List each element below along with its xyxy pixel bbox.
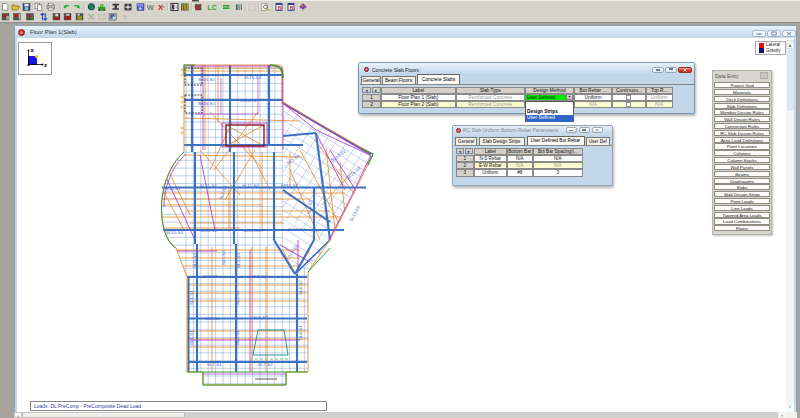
svg-text:SL9-S1: SL9-S1 — [203, 274, 218, 279]
svg-text:SL3-S1: SL3-S1 — [235, 290, 240, 305]
svg-text:SL15-S2: SL15-S2 — [244, 75, 262, 80]
svg-text:SL1-S1: SL1-S1 — [189, 330, 194, 345]
svg-text:SL16-S1: SL16-S1 — [198, 101, 216, 106]
svg-text:SL7-S1: SL7-S1 — [207, 362, 222, 367]
svg-text:SL14-S3: SL14-S3 — [345, 165, 361, 181]
svg-text:SL11-S2: SL11-S2 — [200, 183, 217, 188]
svg-text:z: z — [44, 62, 47, 68]
svg-text:SL7-S2: SL7-S2 — [258, 362, 273, 367]
svg-text:SL11-S4: SL11-S4 — [281, 183, 298, 188]
svg-text:SL11-S3: SL11-S3 — [242, 183, 259, 188]
svg-text:SL10-S3: SL10-S3 — [243, 228, 261, 233]
svg-text:x: x — [31, 47, 35, 53]
svg-text:?: ? — [123, 14, 127, 21]
svg-text:SL1-S1: SL1-S1 — [189, 290, 194, 305]
svg-text:SL10-S2: SL10-S2 — [200, 228, 218, 233]
svg-text:W: W — [147, 3, 155, 12]
svg-text:B: B — [278, 6, 282, 11]
svg-text:LC: LC — [208, 4, 217, 11]
svg-text:SL3-S3: SL3-S3 — [236, 253, 241, 268]
svg-text:SL10-S4: SL10-S4 — [288, 227, 306, 232]
svg-text:SL16-S2: SL16-S2 — [240, 98, 258, 103]
svg-text:B: B — [290, 6, 294, 11]
svg-text:SL10-S1: SL10-S1 — [166, 230, 184, 235]
svg-text:SL8-S2: SL8-S2 — [253, 315, 268, 320]
svg-text:SL11-S1: SL11-S1 — [164, 186, 181, 191]
svg-text:SL5-S3: SL5-S3 — [192, 253, 197, 268]
svg-text:SL8-S1: SL8-S1 — [205, 316, 220, 321]
svg-text:SL4-S2: SL4-S2 — [298, 280, 303, 295]
svg-text:SL15-S1: SL15-S1 — [198, 77, 216, 82]
svg-text:SL9-S2: SL9-S2 — [252, 274, 267, 279]
svg-text:SL6-S3: SL6-S3 — [221, 250, 226, 265]
svg-text:SL4-S1: SL4-S1 — [298, 325, 303, 340]
svg-text:SL1-S4: SL1-S4 — [286, 153, 301, 166]
svg-text:SL3-S1: SL3-S1 — [235, 330, 240, 345]
svg-text:SL13-S5: SL13-S5 — [348, 205, 361, 223]
